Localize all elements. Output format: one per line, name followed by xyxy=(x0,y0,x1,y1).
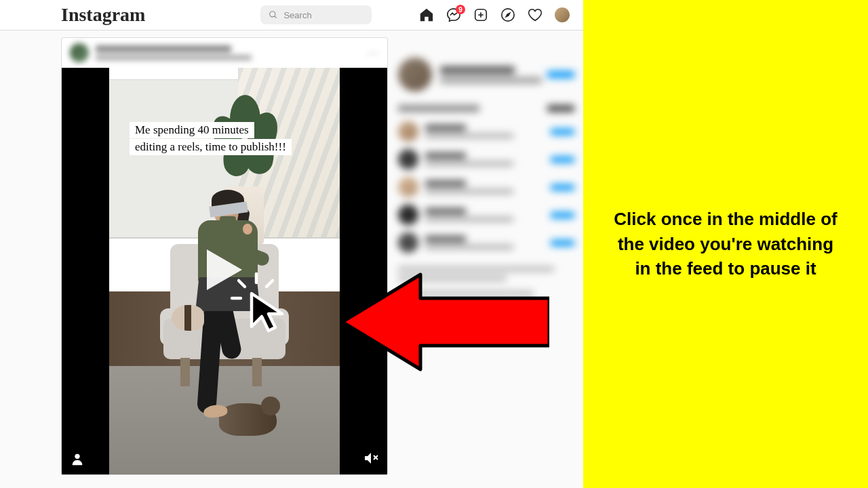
suggestion-item[interactable] xyxy=(398,232,574,253)
svg-line-9 xyxy=(267,281,273,287)
suggestion-item[interactable] xyxy=(398,205,574,225)
home-button[interactable] xyxy=(419,7,434,22)
instagram-logo[interactable]: Instagram xyxy=(61,4,145,26)
annotation-text: Click once in the middle of the video yo… xyxy=(610,207,841,281)
profile-avatar[interactable] xyxy=(555,7,570,22)
post-header[interactable]: ⋯ xyxy=(62,38,387,68)
suggestion-item[interactable] xyxy=(398,149,574,169)
tagged-people-button[interactable] xyxy=(70,451,85,466)
video-caption: Me spending 40 minutes editing a reels, … xyxy=(130,122,319,156)
top-nav: Instagram Search 9 xyxy=(0,0,583,30)
explore-button[interactable] xyxy=(500,7,515,22)
suggestion-item[interactable] xyxy=(398,177,574,197)
nav-icons: 9 xyxy=(419,7,570,22)
right-sidebar xyxy=(398,37,574,475)
search-icon xyxy=(269,10,278,20)
caption-line-2: editing a reels, time to publish!!! xyxy=(130,139,292,155)
svg-line-8 xyxy=(239,281,245,287)
search-placeholder: Search xyxy=(283,10,311,20)
current-user[interactable] xyxy=(398,58,574,92)
feed-post: ⋯ xyxy=(61,37,388,475)
video-frame[interactable]: Me spending 40 minutes editing a reels, … xyxy=(109,68,340,474)
speaker-muted-icon xyxy=(363,450,379,466)
annotation-arrow xyxy=(339,271,549,375)
svg-point-11 xyxy=(75,454,79,459)
post-author-avatar[interactable] xyxy=(70,43,89,62)
plus-icon xyxy=(473,7,488,22)
caption-line-1: Me spending 40 minutes xyxy=(130,122,254,138)
messenger-badge: 9 xyxy=(456,5,465,14)
annotation-panel: Click once in the middle of the video yo… xyxy=(583,0,868,488)
new-post-button[interactable] xyxy=(473,7,488,22)
suggestion-item[interactable] xyxy=(398,121,574,142)
person-icon xyxy=(70,451,85,466)
video-player[interactable]: Me spending 40 minutes editing a reels, … xyxy=(62,68,387,474)
arrow-icon xyxy=(339,271,549,373)
suggestions-header xyxy=(398,105,574,112)
svg-line-1 xyxy=(275,16,277,18)
heart-icon xyxy=(528,7,542,22)
svg-marker-6 xyxy=(506,13,510,17)
mute-button[interactable] xyxy=(363,450,379,466)
search-input[interactable]: Search xyxy=(260,5,372,24)
compass-icon xyxy=(500,7,515,22)
svg-point-0 xyxy=(270,12,275,17)
messenger-button[interactable]: 9 xyxy=(446,7,461,22)
post-more-button[interactable]: ⋯ xyxy=(367,45,379,60)
home-icon xyxy=(419,7,434,22)
cursor-indicator xyxy=(229,271,294,338)
cursor-icon xyxy=(229,271,294,336)
activity-button[interactable] xyxy=(528,7,542,22)
